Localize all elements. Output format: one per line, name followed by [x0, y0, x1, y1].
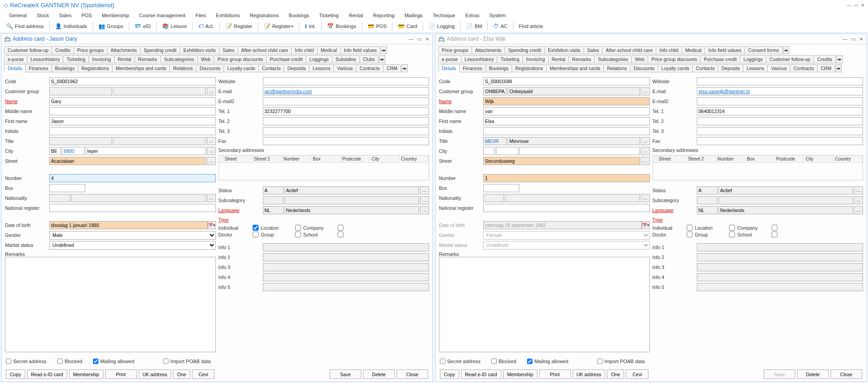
menu-sales[interactable]: Sales [55, 12, 76, 18]
subcategory-lookup-button[interactable]: … [420, 196, 429, 204]
school-checkbox[interactable] [771, 232, 778, 237]
menu-course-management[interactable]: Course management [135, 12, 190, 18]
customer-group-lookup-button[interactable]: … [641, 87, 650, 95]
status-lookup-button[interactable]: … [854, 186, 863, 194]
info2-input[interactable] [263, 253, 429, 261]
close-button[interactable]: Close [397, 369, 428, 379]
tab-ticketing[interactable]: Ticketing [497, 55, 523, 63]
import-poab-checkbox[interactable] [597, 359, 602, 364]
uk-address-button[interactable]: UK address [573, 369, 606, 379]
secret-address-checkbox[interactable] [6, 359, 11, 364]
card-maximize-icon[interactable]: ▭ [850, 37, 856, 42]
fax-input[interactable] [263, 137, 429, 145]
tab-info-field-values[interactable]: Info field values [340, 46, 380, 54]
card-close-icon[interactable]: ✕ [859, 37, 864, 42]
status-code[interactable] [697, 186, 718, 194]
language-lookup-button[interactable]: … [420, 206, 429, 214]
restore-icon[interactable]: ▭ [854, 3, 858, 8]
mailing-allowed-checkbox[interactable] [93, 359, 98, 364]
website-input[interactable] [263, 77, 429, 85]
subcategory-text[interactable] [719, 196, 854, 204]
nationality-code[interactable] [483, 194, 504, 202]
delete-button[interactable]: Delete [363, 369, 395, 379]
menu-ticketing[interactable]: Ticketing [315, 12, 344, 18]
tab-e-purse[interactable]: e-purse [4, 55, 28, 63]
language-text[interactable] [719, 206, 854, 214]
mailing-allowed-checkbox[interactable] [527, 359, 532, 364]
tab-sales[interactable]: Sales [583, 46, 602, 54]
tel1-input[interactable] [263, 107, 429, 115]
toolbar-card[interactable]: 💳Card [394, 22, 421, 31]
tab-details[interactable]: Details [4, 64, 26, 72]
tab-subsidies[interactable]: Subsidies [332, 55, 360, 63]
card-close-icon[interactable]: ✕ [425, 37, 430, 42]
nationality-lookup-button[interactable]: … [641, 194, 650, 202]
tab-finances[interactable]: Finances [459, 64, 486, 72]
tab-purchase-credit[interactable]: Purchase credit [700, 55, 740, 63]
tab-loyalty-cards[interactable]: Loyalty cards [224, 64, 259, 72]
street-lookup-button[interactable]: … [641, 157, 650, 165]
tab-web[interactable]: Web [631, 55, 648, 63]
tab-exhibition-visits[interactable]: Exhibition visits [544, 46, 584, 54]
menu-mailings[interactable]: Mailings [400, 12, 427, 18]
nationality-text[interactable] [71, 194, 206, 202]
status-text[interactable] [285, 186, 420, 194]
tab-attachments[interactable]: Attachments [107, 46, 140, 54]
read-eid-button[interactable]: Read e-ID card [27, 369, 67, 379]
tab-credits[interactable]: Credits [51, 46, 74, 54]
tab-rental[interactable]: Rental [114, 55, 135, 63]
tab-finances[interactable]: Finances [25, 64, 52, 72]
initials-input[interactable] [483, 127, 650, 135]
tab-subcategories[interactable]: Subcategories [160, 55, 198, 63]
nationality-text[interactable] [505, 194, 640, 202]
close-button[interactable]: Close [831, 369, 862, 379]
info2-input[interactable] [697, 253, 863, 261]
tab-after-school-child-care[interactable]: After-school child care [238, 46, 292, 54]
menu-stock[interactable]: Stock [32, 12, 54, 18]
tab-discounts[interactable]: Discounts [196, 64, 224, 72]
tab-scroller[interactable]: ◂▸ [836, 55, 843, 63]
tab-web[interactable]: Web [197, 55, 214, 63]
info1-input[interactable] [697, 243, 863, 251]
language-code[interactable] [697, 206, 718, 214]
info5-input[interactable] [697, 283, 863, 291]
tab-loyalty-cards[interactable]: Loyalty cards [658, 64, 693, 72]
remarks-textarea[interactable] [439, 257, 650, 352]
tab-details[interactable]: Details [438, 64, 460, 72]
secret-address-checkbox[interactable] [440, 359, 445, 364]
tab-bookings[interactable]: Bookings [485, 64, 512, 72]
title-text-input[interactable] [113, 137, 206, 145]
language-lookup-button[interactable]: … [854, 206, 863, 214]
city-country-code[interactable] [483, 147, 495, 155]
copy-button[interactable]: Copy [440, 369, 459, 379]
city-postcode[interactable] [496, 147, 518, 155]
tel1-input[interactable] [697, 107, 863, 115]
menu-general[interactable]: General [5, 12, 31, 18]
email2-input[interactable] [263, 97, 429, 105]
customer-group-code[interactable] [49, 87, 112, 95]
box-input[interactable] [49, 184, 85, 192]
title-code-input[interactable] [49, 137, 112, 145]
tab-memberships-and-cards[interactable]: Memberships and cards [546, 64, 604, 72]
tel2-input[interactable] [697, 117, 863, 125]
toolbar-int-[interactable]: ℹInt. [301, 22, 319, 31]
tab-price-groups[interactable]: Price groups [74, 46, 107, 54]
customer-group-text[interactable] [508, 87, 640, 95]
menu-files[interactable]: Files [191, 12, 210, 18]
save-button[interactable]: Save [330, 369, 361, 379]
initials-input[interactable] [49, 127, 216, 135]
street-lookup-button[interactable]: … [207, 157, 216, 165]
national-register-input[interactable] [49, 204, 216, 212]
tab-scroller[interactable]: ◂▸ [835, 64, 842, 72]
delete-button[interactable]: Delete [797, 369, 829, 379]
toolbar-act-[interactable]: 🏷Act. [195, 22, 218, 31]
secondary-addresses-grid[interactable]: StreetStreet 2NumberBoxPostcodeCityCount… [653, 155, 863, 180]
menu-rental[interactable]: Rental [344, 12, 368, 18]
menu-bookings[interactable]: Bookings [284, 12, 313, 18]
print-button[interactable]: Print [539, 369, 571, 379]
read-eid-button[interactable]: Read e-ID card [461, 369, 501, 379]
remarks-textarea[interactable] [5, 257, 216, 352]
tab-clubs[interactable]: Clubs [359, 55, 379, 63]
group-checkbox[interactable] [294, 232, 302, 237]
secondary-addresses-grid[interactable]: StreetStreet 2NumberBoxPostcodeCityCount… [219, 155, 429, 180]
